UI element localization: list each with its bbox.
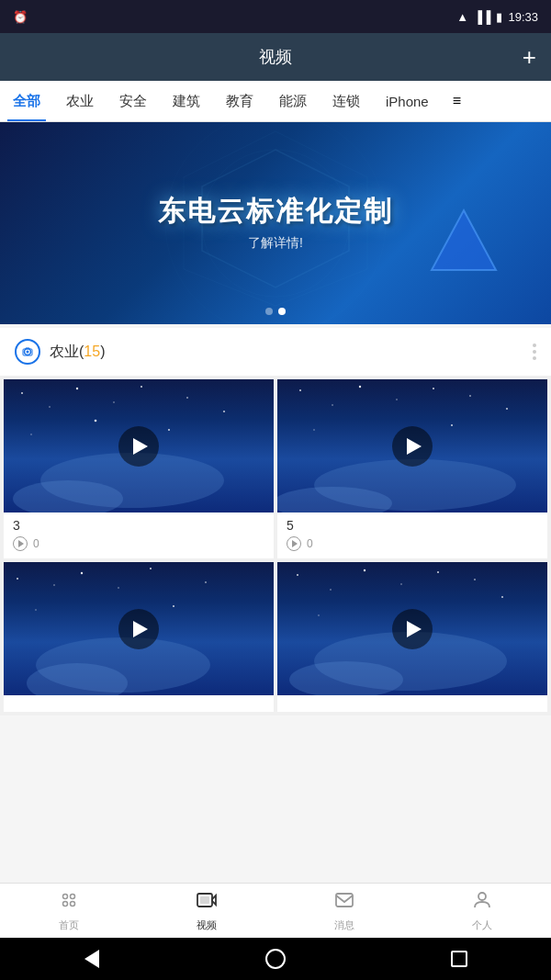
play-button-4[interactable]	[392, 609, 433, 649]
system-recent-button[interactable]	[446, 946, 472, 972]
bottom-nav: 首页 视频 消息 个人	[0, 883, 551, 938]
promo-banner[interactable]: 东电云标准化定制 了解详情!	[0, 122, 551, 324]
svg-point-33	[17, 578, 18, 580]
view-count-2: 0	[307, 537, 313, 550]
play-icon-3	[133, 621, 148, 637]
svg-point-17	[30, 434, 32, 435]
svg-point-45	[364, 569, 365, 571]
svg-point-29	[313, 429, 315, 431]
video-name-2: 5	[287, 518, 538, 533]
svg-point-61	[478, 893, 486, 900]
nav-video-label: 视频	[197, 918, 217, 932]
video-stats-1: 0	[13, 536, 264, 551]
video-info-2: 5 0	[277, 513, 547, 558]
tab-construction[interactable]: 建筑	[160, 81, 213, 121]
nav-messages-label: 消息	[334, 918, 354, 932]
svg-rect-60	[336, 894, 353, 907]
tab-energy[interactable]: 能源	[266, 81, 320, 121]
play-button-1[interactable]	[118, 426, 159, 467]
section-camera-icon	[15, 339, 40, 365]
video-card-3[interactable]	[4, 562, 274, 712]
play-icon-4	[407, 621, 422, 637]
alarm-icon: ⏰	[13, 10, 28, 24]
play-button-3[interactable]	[118, 609, 159, 649]
app-header: 视频 +	[0, 33, 551, 81]
section-more-button[interactable]	[533, 344, 536, 360]
svg-point-54	[71, 895, 75, 899]
play-count-icon-2	[287, 536, 301, 551]
svg-point-35	[81, 572, 83, 574]
svg-point-49	[501, 596, 503, 598]
nav-video[interactable]: 视频	[138, 889, 276, 932]
banner-dot-2[interactable]	[278, 308, 286, 315]
banner-subtitle: 了解详情!	[158, 235, 393, 252]
more-dot-3	[533, 356, 536, 360]
svg-point-47	[437, 571, 439, 573]
svg-point-38	[205, 581, 207, 583]
play-button-2[interactable]	[392, 426, 433, 467]
section-title: 农业(15)	[50, 343, 105, 362]
home-icon	[58, 889, 80, 915]
svg-point-48	[474, 579, 476, 580]
svg-point-40	[173, 605, 174, 607]
nav-home[interactable]: 首页	[0, 889, 138, 932]
svg-point-55	[63, 902, 68, 907]
svg-point-18	[168, 429, 170, 431]
tab-all[interactable]: 全部	[0, 81, 53, 121]
video-thumb-3	[4, 562, 274, 695]
banner-dot-1[interactable]	[265, 308, 273, 315]
svg-point-30	[451, 424, 453, 426]
svg-point-53	[63, 895, 68, 899]
time-display: 19:33	[508, 10, 538, 24]
svg-point-11	[49, 406, 51, 408]
video-info-4	[277, 695, 547, 712]
signal-icon: ▐▐	[474, 10, 490, 24]
header-title: 视频	[259, 46, 292, 68]
svg-point-16	[223, 411, 225, 412]
svg-point-37	[150, 568, 152, 569]
status-right-icons: ▲ ▐▐ ▮ 19:33	[456, 10, 538, 24]
video-card-4[interactable]	[277, 562, 547, 712]
banner-dots	[265, 308, 286, 315]
play-icon-2	[407, 438, 422, 455]
system-home-button[interactable]	[263, 946, 288, 972]
svg-point-28	[506, 408, 508, 410]
svg-point-14	[141, 386, 142, 388]
svg-point-19	[95, 420, 97, 422]
svg-point-15	[186, 397, 188, 399]
video-card-2[interactable]: 5 0	[277, 379, 547, 558]
view-count-1: 0	[33, 537, 39, 550]
section-left: 农业(15)	[15, 339, 105, 365]
video-info-3	[4, 695, 274, 712]
svg-rect-59	[200, 896, 209, 904]
home-circle-icon	[265, 949, 286, 969]
nav-home-label: 首页	[59, 918, 79, 932]
status-left-icons: ⏰	[13, 10, 28, 24]
tab-security[interactable]: 安全	[107, 81, 160, 121]
video-stats-2: 0	[287, 536, 538, 551]
add-button[interactable]: +	[523, 43, 536, 72]
tab-education[interactable]: 教育	[213, 81, 266, 121]
tab-chain[interactable]: 连锁	[320, 81, 373, 121]
category-tabs-wrapper: 全部 农业 安全 建筑 教育 能源 连锁 iPhone ≡	[0, 81, 551, 122]
video-info-1: 3 0	[4, 513, 274, 558]
more-dot-2	[533, 350, 536, 354]
nav-profile-label: 个人	[472, 918, 492, 932]
video-card-1[interactable]: 3 0	[4, 379, 274, 558]
profile-icon	[471, 889, 493, 915]
video-thumb-2	[277, 379, 547, 513]
tab-iphone[interactable]: iPhone	[373, 81, 442, 121]
system-back-button[interactable]	[79, 946, 105, 972]
svg-point-22	[299, 389, 301, 391]
battery-icon: ▮	[496, 10, 502, 24]
tab-agriculture[interactable]: 农业	[53, 81, 107, 121]
svg-point-36	[118, 587, 118, 588]
video-thumb-1	[4, 379, 274, 513]
svg-marker-6	[432, 210, 496, 270]
nav-messages[interactable]: 消息	[276, 889, 413, 932]
video-grid: 3 0	[0, 376, 551, 715]
nav-profile[interactable]: 个人	[413, 889, 551, 932]
banner-title: 东电云标准化定制	[158, 195, 393, 228]
tab-menu-button[interactable]: ≡	[442, 81, 472, 121]
svg-point-25	[396, 399, 397, 400]
